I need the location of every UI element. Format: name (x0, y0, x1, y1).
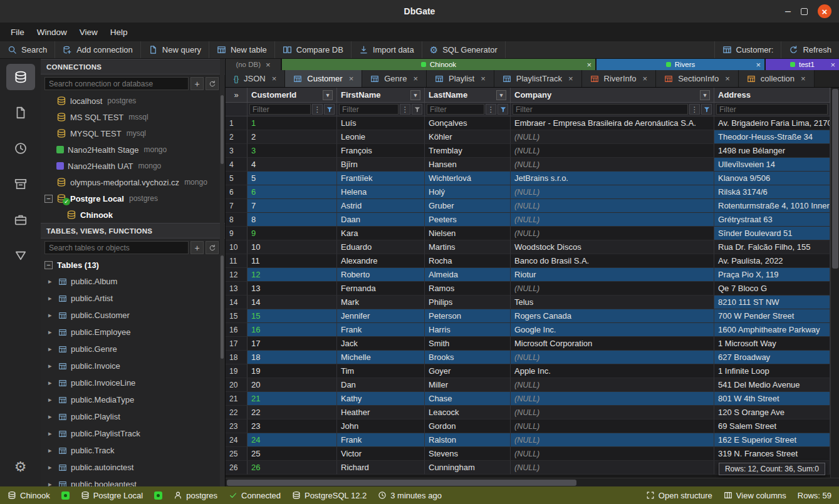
close-icon[interactable]: × (568, 75, 573, 83)
cell-firstname[interactable]: Mark (337, 296, 425, 309)
filter-input-lastname[interactable] (427, 104, 484, 115)
connection-olympus-medportal-vychozi-cz[interactable]: olympus-medportal.vychozi.czmongo (41, 174, 225, 190)
cell-company[interactable]: (NULL) (511, 144, 714, 158)
cell-customerid[interactable]: 8 (248, 213, 337, 227)
grid-row[interactable]: 1212RobertoAlmeidaRioturPraça Pio X, 119 (226, 268, 830, 282)
cell-address[interactable]: 319 N. Frances Street (714, 447, 830, 461)
row-number[interactable]: 1 (226, 116, 248, 130)
row-number[interactable]: 14 (226, 296, 248, 309)
grid-row[interactable]: 1616FrankHarrisGoogle Inc.1600 Amphithea… (226, 323, 830, 337)
cell-address[interactable]: 1 Microsoft Way (714, 337, 830, 351)
connection-ms-sql-test[interactable]: MS SQL TESTmssql (41, 109, 225, 125)
row-number[interactable]: 17 (226, 337, 248, 351)
nav-databases[interactable] (6, 64, 35, 90)
cell-address[interactable]: Qe 7 Bloco G (714, 282, 830, 296)
sql-generator-button[interactable]: ⚙SQL Generator (422, 41, 506, 58)
cell-firstname[interactable]: Daan (337, 213, 425, 227)
chevron-right-icon[interactable]: ▸ (48, 345, 55, 353)
new-table-button[interactable]: New table (209, 41, 275, 58)
chevron-right-icon[interactable]: ▸ (48, 277, 55, 285)
refresh-connections-button[interactable] (206, 77, 219, 90)
grid-row[interactable]: 66HelenaHolý(NULL)Rilská 3174/6 (226, 185, 830, 199)
table-public-genre[interactable]: ▸public.Genre (41, 341, 225, 357)
column-menu-button[interactable]: ▾ (700, 90, 710, 100)
new-query-button[interactable]: New query (141, 41, 209, 58)
db-tab-test1[interactable]: test1× (766, 59, 839, 70)
collapse-icon[interactable]: − (44, 261, 53, 269)
cell-company[interactable]: (NULL) (511, 406, 714, 419)
close-icon[interactable]: × (349, 75, 354, 83)
cell-company[interactable]: JetBrains s.r.o. (511, 172, 714, 185)
row-number[interactable]: 5 (226, 172, 248, 185)
chevron-right-icon[interactable]: ▸ (48, 362, 55, 370)
table-public-employee[interactable]: ▸public.Employee (41, 324, 225, 341)
cell-company[interactable]: Google Inc. (511, 323, 714, 337)
cell-lastname[interactable]: Miller (425, 378, 511, 392)
expand-columns-button[interactable]: » (226, 88, 248, 103)
row-number[interactable]: 20 (226, 378, 248, 392)
cell-address[interactable]: Theodor-Heuss-Straße 34 (714, 130, 830, 144)
cell-address[interactable]: 801 W 4th Street (714, 392, 830, 406)
cell-customerid[interactable]: 5 (248, 172, 337, 185)
cell-lastname[interactable]: Gonçalves (425, 116, 511, 130)
cell-company[interactable]: (NULL) (511, 351, 714, 364)
chevron-right-icon[interactable]: ▸ (48, 463, 55, 471)
cell-customerid[interactable]: 12 (248, 268, 337, 282)
cell-lastname[interactable]: Ralston (425, 433, 511, 447)
scroll-thumb[interactable] (227, 480, 576, 486)
cell-firstname[interactable]: Victor (337, 447, 425, 461)
db-tab-no-db[interactable]: (no DB)× (226, 59, 281, 70)
chevron-right-icon[interactable]: ▸ (48, 311, 55, 319)
cell-lastname[interactable]: Smith (425, 337, 511, 351)
cell-lastname[interactable]: Peterson (425, 309, 511, 323)
add-connection-button[interactable]: Add connection (55, 41, 141, 58)
cell-address[interactable]: Praça Pio X, 119 (714, 268, 830, 282)
status-view-columns[interactable]: View columns (724, 491, 786, 500)
titlebar[interactable]: DbGate – × (0, 0, 839, 23)
tab-json[interactable]: {}JSON× (226, 70, 285, 87)
row-number[interactable]: 21 (226, 392, 248, 406)
db-tab-chinook[interactable]: Chinook× (282, 59, 595, 70)
connection-nano2health-uat[interactable]: Nano2Health UATmongo (41, 158, 225, 174)
cell-lastname[interactable]: Tremblay (425, 144, 511, 158)
chevron-right-icon[interactable]: ▸ (48, 413, 55, 421)
table-public-mediatype[interactable]: ▸public.MediaType (41, 391, 225, 408)
cell-firstname[interactable]: John (337, 419, 425, 433)
grid-row[interactable]: 2525VictorStevens(NULL)319 N. Frances St… (226, 447, 830, 461)
grid-row[interactable]: 2121KathyChase(NULL)801 W 4th Street (226, 392, 830, 406)
grid-row[interactable]: 99KaraNielsen(NULL)Sīnder Boulevard 51 (226, 227, 830, 240)
collapse-icon[interactable]: − (44, 195, 53, 203)
cell-address[interactable]: 1 Infinite Loop (714, 364, 830, 378)
connection-postgre-local[interactable]: −✓Postgre Localpostgres (41, 190, 225, 207)
menu-help[interactable]: Help (105, 25, 133, 39)
column-header-company[interactable]: Company▾ (511, 88, 714, 103)
customer-button[interactable]: Customer: (714, 41, 781, 58)
cell-company[interactable]: Microsoft Corporation (511, 337, 714, 351)
cell-lastname[interactable]: Chase (425, 392, 511, 406)
cell-customerid[interactable]: 11 (248, 254, 337, 268)
tab-playlisttrack[interactable]: PlaylistTrack× (494, 70, 582, 87)
filter-funnel-button[interactable] (498, 104, 508, 115)
close-icon[interactable]: × (756, 61, 761, 69)
scroll-thumb[interactable] (832, 89, 838, 269)
filter-menu-button[interactable]: ⋮ (689, 104, 700, 115)
add-connection-mini-button[interactable]: + (190, 77, 204, 90)
filter-menu-button[interactable]: ⋮ (486, 104, 496, 115)
row-number[interactable]: 18 (226, 351, 248, 364)
grid-row[interactable]: 1414MarkPhilipsTelus8210 111 ST NW (226, 296, 830, 309)
cell-address[interactable]: Sīnder Boulevard 51 (714, 227, 830, 240)
cell-firstname[interactable]: Frantiīek (337, 172, 425, 185)
cell-firstname[interactable]: Helena (337, 185, 425, 199)
cell-firstname[interactable]: Eduardo (337, 240, 425, 254)
cell-customerid[interactable]: 17 (248, 337, 337, 351)
cell-firstname[interactable]: Kathy (337, 392, 425, 406)
cell-lastname[interactable]: Nielsen (425, 227, 511, 240)
row-number[interactable]: 25 (226, 447, 248, 461)
filter-funnel-button[interactable] (412, 104, 422, 115)
tab-riverinfo[interactable]: RiverInfo× (582, 70, 657, 87)
maximize-button[interactable] (801, 8, 808, 15)
cell-address[interactable]: Klanova 9/506 (714, 172, 830, 185)
cell-company[interactable]: Riotur (511, 268, 714, 282)
minimize-button[interactable]: – (785, 6, 791, 16)
tables-scrollbar[interactable] (220, 223, 224, 486)
